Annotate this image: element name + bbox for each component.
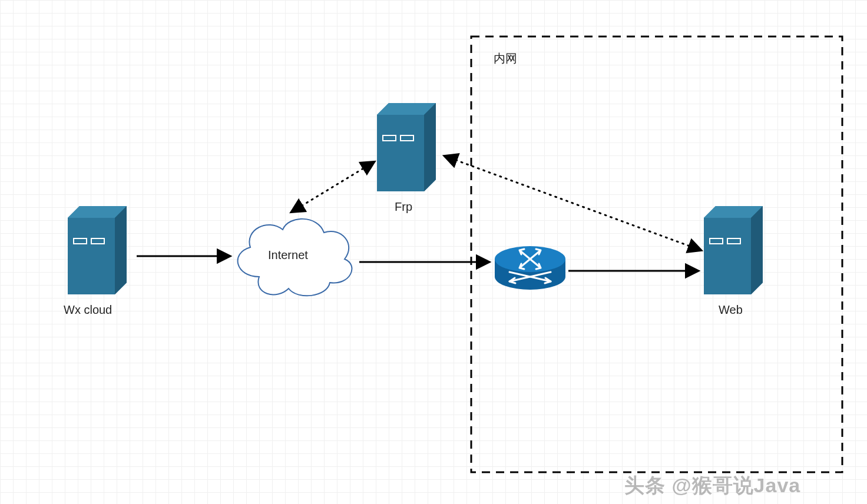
watermark-text: 头条 @猴哥说Java	[624, 472, 800, 499]
web-server-icon	[704, 206, 763, 294]
edge-frp-web	[445, 156, 701, 250]
internet-label: Internet	[268, 248, 308, 262]
edge-internet-frp	[292, 162, 374, 212]
intranet-label: 内网	[494, 51, 517, 67]
wx-cloud-label: Wx cloud	[64, 303, 112, 317]
diagram-canvas: 内网 Wx cloud Internet Frp Web 头条 @猴哥说Java	[0, 0, 867, 504]
wx-cloud-server-icon	[68, 206, 127, 294]
router-icon	[495, 246, 565, 290]
web-label: Web	[719, 303, 743, 317]
frp-label: Frp	[395, 200, 412, 214]
frp-server-icon	[377, 103, 436, 191]
